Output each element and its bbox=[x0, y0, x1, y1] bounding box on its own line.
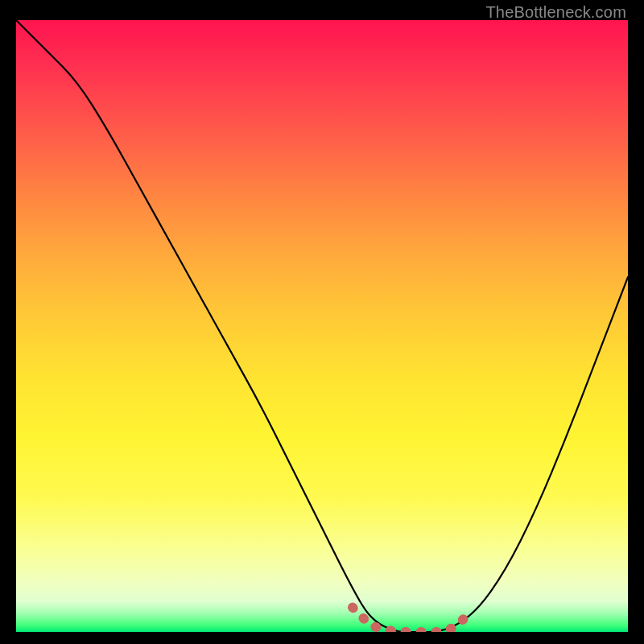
attribution-text: TheBottleneck.com bbox=[485, 3, 626, 22]
chart-container: TheBottleneck.com bbox=[0, 0, 644, 644]
curve-svg bbox=[16, 20, 628, 632]
main-curve-line bbox=[16, 20, 628, 632]
floor-marker-line bbox=[353, 608, 469, 632]
plot-area bbox=[16, 20, 628, 632]
